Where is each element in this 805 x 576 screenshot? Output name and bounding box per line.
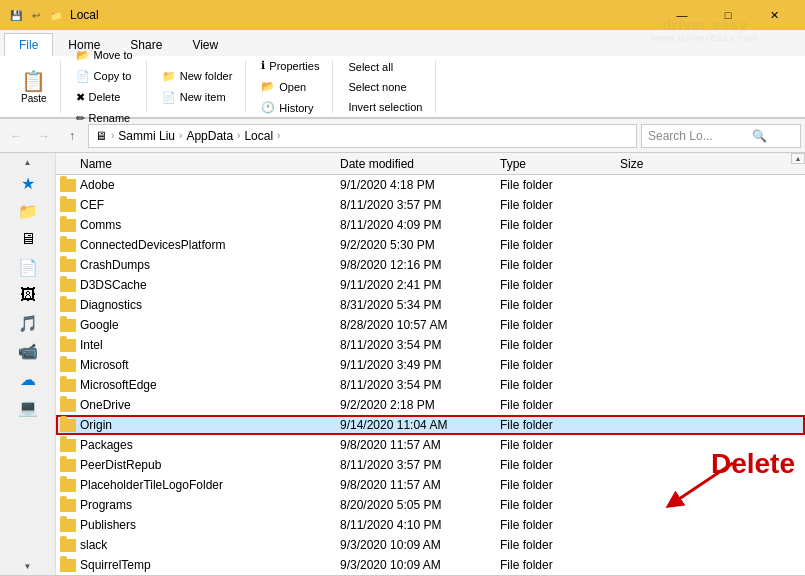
music-icon: 🎵 xyxy=(18,314,38,333)
table-row[interactable]: Google 8/28/2020 10:57 AM File folder xyxy=(56,315,805,335)
title-icon-undo[interactable]: ↩ xyxy=(28,7,44,23)
table-row[interactable]: Intel 8/11/2020 3:54 PM File folder xyxy=(56,335,805,355)
history-icon: 🕐 xyxy=(261,101,275,114)
crumb-chevron-2: › xyxy=(179,130,182,141)
col-type-header[interactable]: Type xyxy=(500,157,620,171)
file-name-cell: slack xyxy=(80,538,340,552)
file-name-cell: PeerDistRepub xyxy=(80,458,340,472)
col-date-header[interactable]: Date modified xyxy=(340,157,500,171)
select-btns: Select all Select none Invert selection xyxy=(341,58,429,116)
sidebar-scroll-down[interactable]: ▼ xyxy=(0,559,55,573)
select-none-button[interactable]: Select none xyxy=(341,78,429,96)
sidebar-item-star[interactable]: ★ xyxy=(0,169,55,197)
properties-button[interactable]: ℹ Properties xyxy=(254,56,326,75)
sidebar-item-video[interactable]: 📹 xyxy=(0,337,55,365)
sidebar-item-pc[interactable]: 💻 xyxy=(0,393,55,421)
file-date-cell: 8/11/2020 3:57 PM xyxy=(340,198,500,212)
file-name-cell: Origin xyxy=(80,418,340,432)
list-scroll-up[interactable]: ▲ xyxy=(791,153,805,164)
table-row[interactable]: Diagnostics 8/31/2020 5:34 PM File folde… xyxy=(56,295,805,315)
sidebar-item-pics[interactable]: 🖼 xyxy=(0,281,55,309)
minimize-button[interactable]: — xyxy=(659,0,705,30)
new-item-button[interactable]: 📄 New item xyxy=(155,88,240,107)
table-row[interactable]: SquirrelTemp 9/3/2020 10:09 AM File fold… xyxy=(56,555,805,575)
tab-file[interactable]: File xyxy=(4,33,53,57)
search-bar[interactable]: 🔍 xyxy=(641,124,801,148)
forward-button[interactable]: → xyxy=(32,124,56,148)
table-row[interactable]: CEF 8/11/2020 3:57 PM File folder xyxy=(56,195,805,215)
table-row[interactable]: Comms 8/11/2020 4:09 PM File folder xyxy=(56,215,805,235)
history-button[interactable]: 🕐 History xyxy=(254,98,326,117)
folder-icon: 📁 xyxy=(18,202,38,221)
select-all-label: Select all xyxy=(348,61,393,73)
table-row[interactable]: Packages 9/8/2020 11:57 AM File folder xyxy=(56,435,805,455)
file-type-cell: File folder xyxy=(500,258,620,272)
table-row[interactable]: Microsoft 9/11/2020 3:49 PM File folder xyxy=(56,355,805,375)
delete-label: Delete xyxy=(89,91,121,103)
table-row[interactable]: Programs 8/20/2020 5:05 PM File folder xyxy=(56,495,805,515)
col-name-header[interactable]: Name xyxy=(60,157,340,171)
table-row[interactable]: slack 9/3/2020 10:09 AM File folder xyxy=(56,535,805,555)
file-date-cell: 9/1/2020 4:18 PM xyxy=(340,178,500,192)
paste-button[interactable]: 📋 Paste xyxy=(14,62,54,111)
title-bar-controls: — □ ✕ xyxy=(659,0,797,30)
pics-icon: 🖼 xyxy=(20,286,36,304)
search-input[interactable] xyxy=(648,129,748,143)
folder-icon-cell xyxy=(60,317,76,333)
table-row[interactable]: PlaceholderTileLogoFolder 9/8/2020 11:57… xyxy=(56,475,805,495)
back-button[interactable]: ← xyxy=(4,124,28,148)
file-date-cell: 8/31/2020 5:34 PM xyxy=(340,298,500,312)
crumb-appdata[interactable]: AppData xyxy=(186,129,233,143)
tab-view[interactable]: View xyxy=(177,33,233,57)
table-row[interactable]: PeerDistRepub 8/11/2020 3:57 PM File fol… xyxy=(56,455,805,475)
move-to-button[interactable]: 📂 Move to xyxy=(69,46,140,65)
sidebar-item-desktop[interactable]: 🖥 xyxy=(0,225,55,253)
table-row[interactable]: MicrosoftEdge 8/11/2020 3:54 PM File fol… xyxy=(56,375,805,395)
delete-ribbon-button[interactable]: ✖ Delete xyxy=(69,88,140,107)
table-row[interactable]: CrashDumps 9/8/2020 12:16 PM File folder xyxy=(56,255,805,275)
table-row[interactable]: Publishers 8/11/2020 4:10 PM File folder xyxy=(56,515,805,535)
maximize-button[interactable]: □ xyxy=(705,0,751,30)
close-button[interactable]: ✕ xyxy=(751,0,797,30)
sidebar-item-cloud[interactable]: ☁ xyxy=(0,365,55,393)
table-row[interactable]: D3DSCache 9/11/2020 2:41 PM File folder xyxy=(56,275,805,295)
table-row[interactable]: ConnectedDevicesPlatform 9/2/2020 5:30 P… xyxy=(56,235,805,255)
file-date-cell: 8/11/2020 3:54 PM xyxy=(340,378,500,392)
open-button[interactable]: 📂 Open xyxy=(254,77,326,96)
select-none-label: Select none xyxy=(348,81,406,93)
address-bar[interactable]: 🖥 › Sammi Liu › AppData › Local › xyxy=(88,124,637,148)
copy-to-button[interactable]: 📄 Copy to xyxy=(69,67,140,86)
sidebar-scroll-up[interactable]: ▲ xyxy=(0,155,55,169)
folder-icon-cell xyxy=(60,497,76,513)
file-type-cell: File folder xyxy=(500,338,620,352)
crumb-sammiliu[interactable]: Sammi Liu xyxy=(118,129,175,143)
col-size-header[interactable]: Size xyxy=(620,157,700,171)
properties-icon: ℹ xyxy=(261,59,265,72)
file-name-cell: OneDrive xyxy=(80,398,340,412)
file-type-cell: File folder xyxy=(500,558,620,572)
sidebar-item-docs[interactable]: 📄 xyxy=(0,253,55,281)
file-date-cell: 9/2/2020 5:30 PM xyxy=(340,238,500,252)
file-name-cell: Google xyxy=(80,318,340,332)
title-icon-save[interactable]: 💾 xyxy=(8,7,24,23)
ribbon: File Home Share View 📋 Paste 📂 Move to 📄… xyxy=(0,30,805,119)
sidebar-item-folder[interactable]: 📁 xyxy=(0,197,55,225)
new-folder-button[interactable]: 📁 New folder xyxy=(155,67,240,86)
table-row[interactable]: Adobe 9/1/2020 4:18 PM File folder xyxy=(56,175,805,195)
invert-selection-button[interactable]: Invert selection xyxy=(341,98,429,116)
paste-label: Paste xyxy=(21,93,47,104)
folder-icon-cell xyxy=(60,437,76,453)
sidebar-item-music[interactable]: 🎵 xyxy=(0,309,55,337)
new-btns: 📁 New folder 📄 New item xyxy=(155,67,240,107)
search-icon[interactable]: 🔍 xyxy=(752,129,767,143)
crumb-local[interactable]: Local xyxy=(244,129,273,143)
up-button[interactable]: ↑ xyxy=(60,124,84,148)
table-row[interactable]: Origin 9/14/2020 11:04 AM File folder xyxy=(56,415,805,435)
file-date-cell: 9/3/2020 10:09 AM xyxy=(340,558,500,572)
folder-icon-cell xyxy=(60,397,76,413)
table-row[interactable]: OneDrive 9/2/2020 2:18 PM File folder xyxy=(56,395,805,415)
folder-icon-cell xyxy=(60,217,76,233)
file-name-cell: D3DSCache xyxy=(80,278,340,292)
select-all-button[interactable]: Select all xyxy=(341,58,429,76)
file-list[interactable]: Adobe 9/1/2020 4:18 PM File folder CEF 8… xyxy=(56,175,805,575)
